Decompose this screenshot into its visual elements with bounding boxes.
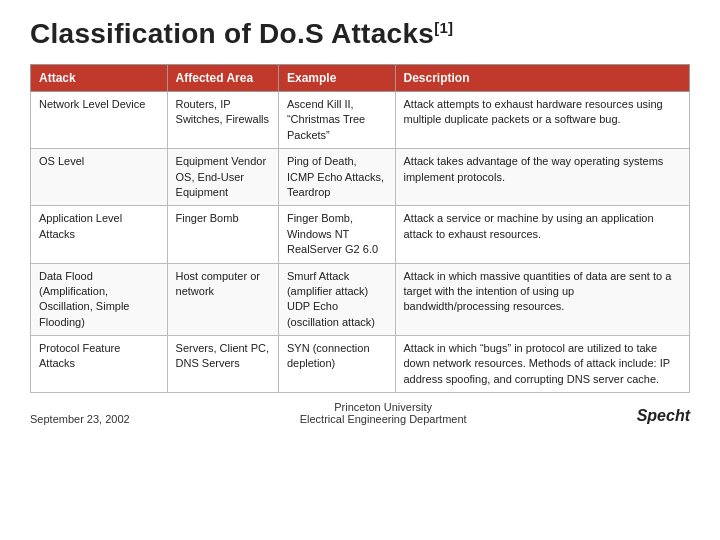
footer-center: Princeton University Electrical Engineer…	[130, 401, 637, 425]
col-header-affected-area: Affected Area	[167, 65, 278, 92]
description-cell: Attack in which “bugs” in protocol are u…	[395, 336, 690, 393]
table-row: Data Flood (Amplification, Oscillation, …	[31, 263, 690, 336]
example-cell: Smurf Attack (amplifier attack) UDP Echo…	[278, 263, 395, 336]
col-header-attack: Attack	[31, 65, 168, 92]
col-header-description: Description	[395, 65, 690, 92]
example-cell: Ascend Kill II, “Christmas Tree Packets”	[278, 92, 395, 149]
col-header-example: Example	[278, 65, 395, 92]
example-cell: Finger Bomb, Windows NT RealServer G2 6.…	[278, 206, 395, 263]
description-cell: Attack in which massive quantities of da…	[395, 263, 690, 336]
table-header-row: Attack Affected Area Example Description	[31, 65, 690, 92]
attack-cell: Data Flood (Amplification, Oscillation, …	[31, 263, 168, 336]
title-text: Classification of Do.S Attacks	[30, 18, 434, 49]
footer-department: Electrical Engineering Department	[130, 413, 637, 425]
affected-area-cell: Equipment Vendor OS, End-User Equipment	[167, 149, 278, 206]
table-row: OS LevelEquipment Vendor OS, End-User Eq…	[31, 149, 690, 206]
table-row: Network Level DeviceRouters, IP Switches…	[31, 92, 690, 149]
affected-area-cell: Finger Bomb	[167, 206, 278, 263]
footer: September 23, 2002 Princeton University …	[30, 401, 690, 425]
description-cell: Attack a service or machine by using an …	[395, 206, 690, 263]
table-row: Application Level AttacksFinger BombFing…	[31, 206, 690, 263]
footer-left: September 23, 2002	[30, 413, 130, 425]
page: Classification of Do.S Attacks[1] Attack…	[0, 0, 720, 540]
description-cell: Attack takes advantage of the way operat…	[395, 149, 690, 206]
attack-cell: OS Level	[31, 149, 168, 206]
attack-cell: Network Level Device	[31, 92, 168, 149]
affected-area-cell: Host computer or network	[167, 263, 278, 336]
affected-area-cell: Routers, IP Switches, Firewalls	[167, 92, 278, 149]
example-cell: Ping of Death, ICMP Echo Attacks, Teardr…	[278, 149, 395, 206]
attack-cell: Application Level Attacks	[31, 206, 168, 263]
attacks-table: Attack Affected Area Example Description…	[30, 64, 690, 393]
table-row: Protocol Feature AttacksServers, Client …	[31, 336, 690, 393]
description-cell: Attack attempts to exhaust hardware reso…	[395, 92, 690, 149]
affected-area-cell: Servers, Client PC, DNS Servers	[167, 336, 278, 393]
title-sup: [1]	[434, 19, 453, 36]
footer-right: Specht	[637, 407, 690, 425]
example-cell: SYN (connection depletion)	[278, 336, 395, 393]
page-title: Classification of Do.S Attacks[1]	[30, 18, 690, 50]
attack-cell: Protocol Feature Attacks	[31, 336, 168, 393]
footer-university: Princeton University	[130, 401, 637, 413]
